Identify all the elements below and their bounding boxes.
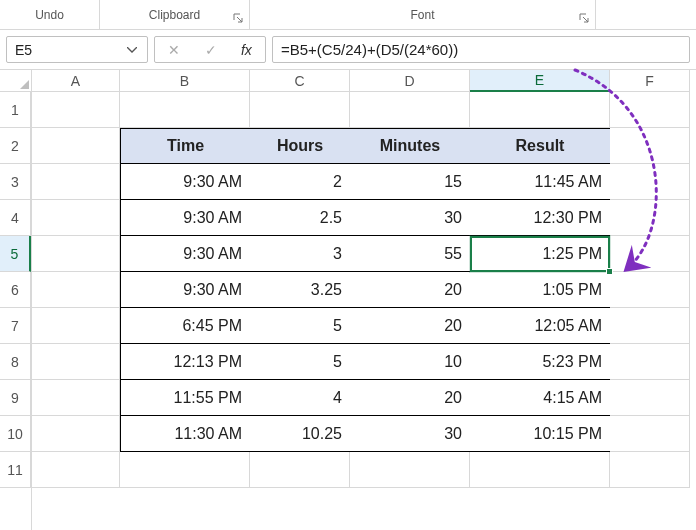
- enter-formula-icon[interactable]: ✓: [205, 42, 217, 58]
- dialog-launcher-icon[interactable]: [233, 13, 243, 23]
- cell[interactable]: [610, 164, 690, 200]
- row-header[interactable]: 11: [0, 452, 31, 488]
- cell[interactable]: 55: [350, 236, 470, 272]
- ribbon-group-clipboard[interactable]: Clipboard: [100, 0, 250, 29]
- cell[interactable]: [32, 128, 120, 164]
- row-header[interactable]: 9: [0, 380, 31, 416]
- cell[interactable]: [610, 452, 690, 488]
- cell[interactable]: [32, 92, 120, 128]
- cell[interactable]: 9:30 AM: [120, 236, 250, 272]
- cell[interactable]: 3: [250, 236, 350, 272]
- grid-row: [32, 92, 696, 128]
- cell[interactable]: 11:55 PM: [120, 380, 250, 416]
- row-header[interactable]: 7: [0, 308, 31, 344]
- ribbon-group-rest: [596, 0, 696, 29]
- cell[interactable]: [32, 452, 120, 488]
- cell[interactable]: 3.25: [250, 272, 350, 308]
- fx-icon[interactable]: fx: [241, 42, 252, 58]
- cell[interactable]: 20: [350, 272, 470, 308]
- cell[interactable]: [120, 92, 250, 128]
- cell[interactable]: [610, 128, 690, 164]
- cell[interactable]: 4: [250, 380, 350, 416]
- cell[interactable]: 1:05 PM: [470, 272, 610, 308]
- col-header[interactable]: D: [350, 70, 470, 92]
- cell[interactable]: [350, 452, 470, 488]
- cell[interactable]: 12:05 AM: [470, 308, 610, 344]
- row-header[interactable]: 2: [0, 128, 31, 164]
- table-row: 12:13 PM 5 10 5:23 PM: [32, 344, 696, 380]
- cell[interactable]: 2.5: [250, 200, 350, 236]
- cell[interactable]: 5: [250, 344, 350, 380]
- cell[interactable]: 9:30 AM: [120, 200, 250, 236]
- cell[interactable]: [250, 452, 350, 488]
- col-header[interactable]: E: [470, 70, 610, 92]
- cell[interactable]: [32, 380, 120, 416]
- cell[interactable]: 10: [350, 344, 470, 380]
- cell[interactable]: [610, 308, 690, 344]
- cell[interactable]: 5:23 PM: [470, 344, 610, 380]
- row-header[interactable]: 5: [0, 236, 31, 272]
- dialog-launcher-icon[interactable]: [579, 13, 589, 23]
- cell[interactable]: [32, 344, 120, 380]
- chevron-down-icon[interactable]: [125, 43, 139, 57]
- cell[interactable]: 4:15 AM: [470, 380, 610, 416]
- cell[interactable]: [32, 164, 120, 200]
- col-header[interactable]: C: [250, 70, 350, 92]
- cell[interactable]: 20: [350, 380, 470, 416]
- cell[interactable]: 20: [350, 308, 470, 344]
- cell[interactable]: 30: [350, 416, 470, 452]
- cell[interactable]: [120, 452, 250, 488]
- cell[interactable]: 10.25: [250, 416, 350, 452]
- cell[interactable]: [610, 380, 690, 416]
- table-header[interactable]: Hours: [250, 128, 350, 164]
- cell[interactable]: [470, 92, 610, 128]
- cell[interactable]: [350, 92, 470, 128]
- col-header[interactable]: B: [120, 70, 250, 92]
- cell[interactable]: [610, 236, 690, 272]
- cell[interactable]: 11:45 AM: [470, 164, 610, 200]
- cell[interactable]: [610, 344, 690, 380]
- row-header[interactable]: 10: [0, 416, 31, 452]
- cell[interactable]: [470, 452, 610, 488]
- cell[interactable]: 9:30 AM: [120, 164, 250, 200]
- cell[interactable]: [32, 200, 120, 236]
- cell[interactable]: 6:45 PM: [120, 308, 250, 344]
- cell[interactable]: [250, 92, 350, 128]
- cell[interactable]: 2: [250, 164, 350, 200]
- cell[interactable]: 12:30 PM: [470, 200, 610, 236]
- cell[interactable]: [32, 272, 120, 308]
- cell[interactable]: [32, 236, 120, 272]
- cell-selected[interactable]: 1:25 PM: [470, 236, 610, 272]
- table-header[interactable]: Result: [470, 128, 610, 164]
- cell[interactable]: 12:13 PM: [120, 344, 250, 380]
- cell[interactable]: 10:15 PM: [470, 416, 610, 452]
- select-all-corner[interactable]: [0, 70, 32, 92]
- cancel-formula-icon[interactable]: ✕: [168, 42, 180, 58]
- col-header[interactable]: A: [32, 70, 120, 92]
- row-header[interactable]: 4: [0, 200, 31, 236]
- cell[interactable]: 11:30 AM: [120, 416, 250, 452]
- cell[interactable]: [610, 92, 690, 128]
- cell[interactable]: [32, 308, 120, 344]
- cell[interactable]: [610, 200, 690, 236]
- grid-scroll-area[interactable]: A B C D E F Time Hours Minutes: [32, 70, 696, 530]
- cell[interactable]: 30: [350, 200, 470, 236]
- row-header[interactable]: 3: [0, 164, 31, 200]
- cell[interactable]: 9:30 AM: [120, 272, 250, 308]
- row-header[interactable]: 8: [0, 344, 31, 380]
- col-header[interactable]: F: [610, 70, 690, 92]
- row-header[interactable]: 6: [0, 272, 31, 308]
- ribbon-group-undo[interactable]: Undo: [0, 0, 100, 29]
- table-header[interactable]: Minutes: [350, 128, 470, 164]
- row-header[interactable]: 1: [0, 92, 31, 128]
- cell[interactable]: [610, 272, 690, 308]
- ribbon-group-font[interactable]: Font: [250, 0, 596, 29]
- name-box[interactable]: E5: [6, 36, 148, 63]
- formula-input[interactable]: =B5+(C5/24)+(D5/(24*60)): [281, 41, 681, 58]
- cell[interactable]: [610, 416, 690, 452]
- cell[interactable]: 15: [350, 164, 470, 200]
- cell[interactable]: 5: [250, 308, 350, 344]
- table-header[interactable]: Time: [120, 128, 250, 164]
- cell[interactable]: [32, 416, 120, 452]
- formula-input-wrap[interactable]: =B5+(C5/24)+(D5/(24*60)): [272, 36, 690, 63]
